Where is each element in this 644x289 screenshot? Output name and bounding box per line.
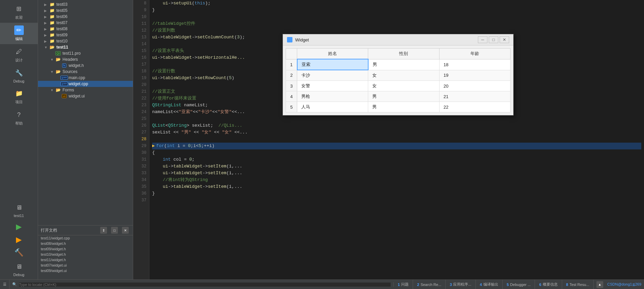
sidebar-item-project[interactable]: 📁 项目 xyxy=(0,86,38,107)
cell-gender: 男 xyxy=(368,102,439,112)
tab-num: 8 xyxy=(566,283,568,287)
table-row[interactable]: 3 女警 女 20 xyxy=(286,81,511,91)
tree-item-label: test09 xyxy=(56,33,68,37)
collapse-arrow: ▶ xyxy=(44,9,49,13)
table-row[interactable]: 1 亚索 男 18 xyxy=(286,59,511,70)
tree-item-test09[interactable]: ▶ 📁 test09 xyxy=(38,32,133,38)
open-doc-item[interactable]: test10/widget.h xyxy=(38,252,133,257)
col-header-age: 年龄 xyxy=(439,49,510,59)
sidebar-item-label: Debug xyxy=(13,273,24,277)
expand-tabs-button[interactable]: ▲ xyxy=(596,281,603,288)
tree-item-forms[interactable]: ▼ 📂 Forms xyxy=(38,87,133,93)
build-button[interactable]: 🔨 xyxy=(0,246,38,259)
tree-item-test11[interactable]: ▼ 📂 test11 xyxy=(38,44,133,50)
sidebar-item-label: test11 xyxy=(14,214,24,218)
open-doc-item[interactable]: test08/widget.h xyxy=(38,241,133,246)
code-line: ui->setupUi(this); xyxy=(152,0,641,7)
tree-item-test03[interactable]: ▶ 📁 test03 xyxy=(38,1,133,7)
locate-input[interactable] xyxy=(19,283,391,287)
run-debug-button[interactable]: ▶ xyxy=(0,233,38,246)
collapse-arrow: ▶ xyxy=(44,21,49,25)
open-docs-split[interactable]: □ xyxy=(111,227,118,234)
tree-item-widgetcpp[interactable]: c++ widget.cpp xyxy=(38,81,133,87)
close-button[interactable]: ✕ xyxy=(500,36,509,43)
sidebar-item-test11[interactable]: 🖥 test11 xyxy=(0,200,38,220)
sidebar-item-help[interactable]: ? 帮助 xyxy=(0,107,38,129)
tree-item-test07[interactable]: ▶ 📁 test07 xyxy=(38,20,133,26)
tree-item-maincpp[interactable]: c++ main.cpp xyxy=(38,75,133,81)
project-icon: 📁 xyxy=(14,89,24,98)
open-doc-item[interactable]: test09/widget.h xyxy=(38,246,133,252)
sidebar-toggle-button[interactable]: ☰ xyxy=(0,280,10,289)
pro-file-icon: Qt xyxy=(55,51,61,56)
sidebar-item-label: 帮助 xyxy=(15,121,23,126)
tree-item-label: test10 xyxy=(56,39,68,43)
status-tab-app[interactable]: 3 应用程序... xyxy=(446,280,476,289)
tab-label: 概要信息 xyxy=(543,282,558,287)
table-row[interactable]: 4 男枪 男 21 xyxy=(286,91,511,102)
row-num: 1 xyxy=(286,59,297,70)
h-file-icon: h xyxy=(61,63,67,68)
code-line: ui->tableWidget->setItem(i,... xyxy=(152,183,641,190)
open-doc-item[interactable]: test09/widget.ui xyxy=(38,268,133,273)
status-tab-debugger[interactable]: 5 Debugger ... xyxy=(503,280,535,289)
maximize-button[interactable]: □ xyxy=(489,36,498,43)
tree-item-headers[interactable]: ▼ 📂 Headers xyxy=(38,56,133,62)
open-doc-item[interactable]: test11/widget.h xyxy=(38,257,133,263)
open-docs-expand[interactable]: ⇕ xyxy=(100,227,107,234)
sidebar-item-design[interactable]: 🖊 设计 xyxy=(0,44,38,66)
tree-content: ▶ 📁 test03 ▶ 📁 test05 ▶ 📁 test06 ▶ 📁 tes… xyxy=(38,0,133,225)
tree-item-test05[interactable]: ▶ 📁 test05 xyxy=(38,7,133,14)
status-tab-issues[interactable]: 1 问题 xyxy=(394,280,413,289)
tree-item-label: test11 xyxy=(56,45,68,50)
icon-sidebar: ⊞ 欢迎 ✏ 编辑 🖊 设计 🔧 Debug 📁 项目 ? 帮助 🖥 test1… xyxy=(0,0,38,279)
code-line: ui->tableWidget->setItem(i,... xyxy=(152,163,641,170)
sidebar-item-debug2[interactable]: 🖥 Debug xyxy=(0,259,38,279)
code-line: //设置列数 xyxy=(152,27,641,34)
status-tab-search[interactable]: 2 Search Re... xyxy=(413,280,446,289)
open-doc-item[interactable]: test07/widget.ui xyxy=(38,263,133,268)
status-search: 🔍 xyxy=(10,282,394,287)
status-tab-test[interactable]: 8 Test Resu... xyxy=(562,280,594,289)
open-docs-label: 打开文档 xyxy=(41,228,57,233)
tree-item-label: widget.cpp xyxy=(69,82,88,86)
col-header-name: 姓名 xyxy=(297,49,368,59)
open-doc-item[interactable]: test11/widget.cpp xyxy=(38,235,133,241)
tree-item-label: Forms xyxy=(62,88,74,92)
titlebar-buttons: ─ □ ✕ xyxy=(478,36,509,43)
tab-num: 2 xyxy=(417,283,419,287)
tree-item-test06[interactable]: ▶ 📁 test06 xyxy=(38,14,133,20)
welcome-icon: ⊞ xyxy=(14,4,24,14)
sidebar-item-welcome[interactable]: ⊞ 欢迎 xyxy=(0,1,38,23)
sidebar-item-edit[interactable]: ✏ 编辑 xyxy=(0,23,38,44)
run-button[interactable]: ▶ xyxy=(0,220,38,233)
tab-label: Search Re... xyxy=(421,283,441,287)
tree-item-sources[interactable]: ▼ 📂 Sources xyxy=(38,69,133,75)
sidebar-item-label: 编辑 xyxy=(15,36,23,41)
code-line: ui->tableWidget->setItem(i,... xyxy=(152,170,641,177)
open-docs-close[interactable]: ✕ xyxy=(122,227,129,234)
table-row[interactable]: 2 卡沙 女 19 xyxy=(286,70,511,81)
tree-item-widgeth[interactable]: h widget.h xyxy=(38,62,133,69)
expand-arrow: ▼ xyxy=(50,58,55,61)
folder-icon: 📁 xyxy=(49,2,55,7)
code-line xyxy=(152,136,641,143)
widget-title: Widget xyxy=(295,37,309,42)
debug2-icon: 🖥 xyxy=(14,262,24,271)
widget-content: 姓名 性别 年龄 1 亚索 男 18 2 xyxy=(283,46,513,115)
cell-gender: 女 xyxy=(368,70,439,81)
cell-name[interactable]: 亚索 xyxy=(297,59,368,70)
tree-item-label: test08 xyxy=(56,26,68,31)
tree-item-test11pro[interactable]: Qt test11.pro xyxy=(38,50,133,56)
tree-item-widgetui[interactable]: ui widget.ui xyxy=(38,93,133,99)
table-row[interactable]: 5 人马 男 22 xyxy=(286,102,511,112)
tree-item-test08[interactable]: ▶ 📁 test08 xyxy=(38,26,133,32)
tree-item-test10[interactable]: ▶ 📁 test10 xyxy=(38,38,133,44)
cell-gender: 男 xyxy=(368,91,439,102)
tree-item-label: test06 xyxy=(56,14,68,19)
minimize-button[interactable]: ─ xyxy=(478,36,487,43)
sidebar-item-debug[interactable]: 🔧 Debug xyxy=(0,66,38,86)
folder-icon: 📁 xyxy=(49,26,55,31)
status-tab-compile[interactable]: 4 编译输出 xyxy=(476,280,503,289)
status-tab-summary[interactable]: 6 概要信息 xyxy=(535,280,562,289)
